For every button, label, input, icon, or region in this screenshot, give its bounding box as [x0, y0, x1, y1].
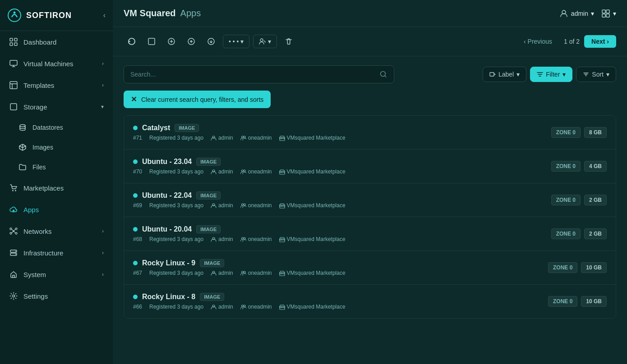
svg-point-14: [15, 228, 17, 230]
list-item[interactable]: Rocky Linux - 9 IMAGE #67 Registered 3 d…: [124, 251, 616, 285]
svg-point-1: [14, 12, 16, 14]
app-info: Ubuntu - 20.04 IMAGE #68 Registered 3 da…: [133, 225, 551, 242]
sidebar-item-apps[interactable]: Apps: [0, 199, 113, 220]
svg-point-16: [15, 232, 17, 234]
prev-button[interactable]: ‹ Previous: [516, 35, 559, 48]
label-icon: [489, 71, 496, 77]
filter-button[interactable]: Filter ▾: [530, 67, 572, 82]
app-info: Ubuntu - 22.04 IMAGE #69 Registered 3 da…: [133, 191, 551, 209]
images-label: Images: [32, 144, 53, 151]
app-title: Rocky Linux - 8 IMAGE: [133, 293, 548, 301]
sidebar-item-storage[interactable]: Storage▾: [0, 96, 113, 118]
grid-icon: [601, 9, 610, 18]
templates-icon: [9, 81, 18, 90]
upload-button[interactable]: [183, 33, 199, 50]
download-button[interactable]: [203, 33, 219, 50]
zone-badge: ZONE 0: [548, 296, 577, 307]
sidebar-item-files[interactable]: Files: [0, 157, 113, 177]
list-item[interactable]: Rocky Linux - 8 IMAGE #66 Registered 3 d…: [124, 285, 616, 318]
owner-icon: [211, 304, 217, 310]
svg-rect-8: [10, 104, 17, 110]
status-indicator: [133, 193, 138, 198]
nav-container: DashboardVirtual Machines›Templates›Stor…: [0, 31, 113, 307]
status-indicator: [133, 159, 138, 164]
networks-chevron: ›: [102, 228, 104, 234]
search-input[interactable]: [130, 71, 376, 78]
more-button[interactable]: • • • ▾: [223, 35, 249, 48]
files-label: Files: [32, 164, 46, 171]
files-icon: [18, 163, 27, 172]
app-id: #68: [133, 236, 142, 242]
sidebar-collapse-btn[interactable]: ‹: [103, 11, 106, 19]
app-marketplace: VMsquared Marketplace: [279, 304, 346, 310]
size-badge: 2 GB: [584, 195, 607, 205]
sidebar-item-images[interactable]: Images: [0, 137, 113, 157]
datastores-icon: [18, 123, 27, 132]
more-dots: • • •: [229, 38, 239, 45]
svg-point-55: [241, 305, 243, 307]
group-icon: [240, 203, 246, 209]
app-name: Catalyst: [142, 124, 170, 132]
label-btn-text: Label: [498, 71, 514, 78]
svg-point-52: [244, 271, 245, 273]
refresh-button[interactable]: [124, 33, 140, 50]
list-item[interactable]: Ubuntu - 22.04 IMAGE #69 Registered 3 da…: [124, 183, 616, 217]
app-name: Rocky Linux - 9: [142, 259, 195, 267]
app-owner: admin: [211, 304, 233, 310]
sidebar-item-settings[interactable]: Settings: [0, 285, 113, 307]
svg-point-20: [15, 254, 16, 255]
label-button[interactable]: Label ▾: [483, 67, 526, 82]
sidebar-item-templates[interactable]: Templates›: [0, 74, 113, 96]
user-menu[interactable]: admin ▾: [559, 9, 594, 18]
sort-button[interactable]: Sort ▾: [576, 67, 616, 82]
svg-rect-6: [10, 60, 17, 65]
app-badges: ZONE 0 10 GB: [548, 262, 607, 273]
networks-icon: [9, 227, 18, 236]
users-button[interactable]: ▾: [253, 35, 277, 48]
select-all-button[interactable]: [143, 33, 160, 50]
svg-point-48: [244, 237, 245, 239]
app-marketplace: VMsquared Marketplace: [279, 135, 346, 141]
group-icon: [240, 135, 246, 141]
storage-chevron: ▾: [101, 104, 104, 110]
app-type-badge: IMAGE: [175, 124, 199, 132]
sidebar-item-virtual-machines[interactable]: Virtual Machines›: [0, 53, 113, 74]
sidebar-item-dashboard[interactable]: Dashboard: [0, 31, 113, 53]
store-icon: [279, 304, 285, 310]
pagination: ‹ Previous 1 of 2 Next ›: [516, 35, 616, 48]
system-chevron: ›: [102, 271, 104, 278]
next-button[interactable]: Next ›: [584, 35, 616, 48]
logo-text: SOFTIRON: [26, 11, 72, 20]
sidebar-item-marketplaces[interactable]: Marketplaces: [0, 177, 113, 199]
add-button[interactable]: [163, 33, 180, 50]
app-registered: Registered 3 days ago: [149, 236, 203, 242]
sidebar-item-networks[interactable]: Networks›: [0, 220, 113, 242]
store-icon: [279, 237, 285, 242]
app-registered: Registered 3 days ago: [149, 304, 203, 310]
sidebar-item-infrastructure[interactable]: Infrastructure›: [0, 242, 113, 264]
sidebar: SOFTIRON ‹ DashboardVirtual Machines›Tem…: [0, 0, 113, 364]
topbar-right: admin ▾ ▾: [559, 9, 616, 18]
size-badge: 8 GB: [584, 127, 607, 138]
svg-rect-25: [602, 14, 605, 17]
app-type-badge: IMAGE: [196, 225, 221, 233]
filter-chevron: ▾: [562, 71, 566, 78]
size-badge: 10 GB: [581, 296, 607, 307]
sidebar-item-datastores[interactable]: Datastores: [0, 118, 113, 137]
store-icon: [279, 169, 285, 175]
app-group: oneadmin: [240, 236, 272, 242]
search-box[interactable]: [124, 65, 394, 83]
svg-point-13: [10, 228, 12, 230]
svg-point-44: [244, 204, 245, 205]
list-item[interactable]: Ubuntu - 23.04 IMAGE #70 Registered 3 da…: [124, 150, 616, 183]
sidebar-item-system[interactable]: System›: [0, 264, 113, 285]
delete-button[interactable]: [281, 33, 297, 50]
list-item[interactable]: Ubuntu - 20.04 IMAGE #68 Registered 3 da…: [124, 217, 616, 251]
clear-banner[interactable]: ✕ Clear current search query, filters, a…: [124, 91, 271, 108]
users-icon: [259, 38, 266, 45]
softiron-logo-icon: [7, 8, 22, 23]
svg-point-47: [241, 237, 243, 239]
grid-menu[interactable]: ▾: [601, 9, 616, 18]
list-item[interactable]: Catalyst IMAGE #71 Registered 3 days ago…: [124, 116, 616, 150]
system-icon: [9, 270, 18, 279]
